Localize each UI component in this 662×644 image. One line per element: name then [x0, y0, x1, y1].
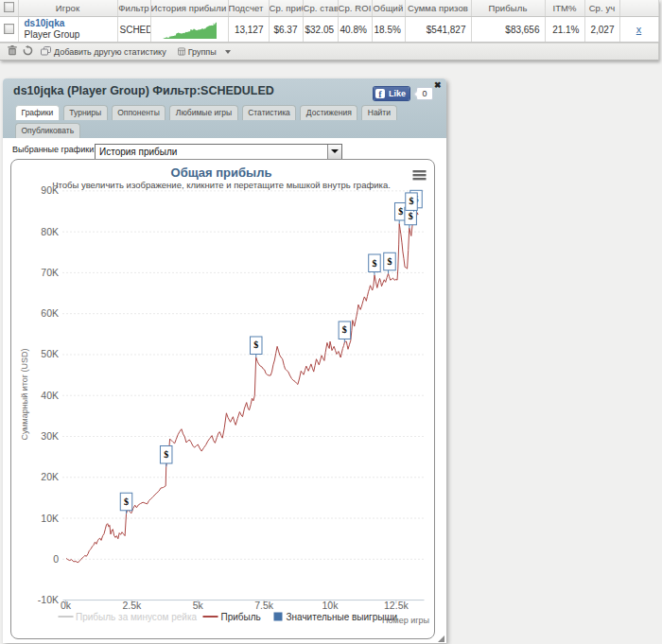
prize-total-cell: $541,827: [405, 17, 471, 43]
svg-text:$: $: [387, 256, 392, 267]
y-tick-label: -10K: [38, 594, 59, 605]
profit-history-cell: [150, 17, 228, 43]
graph-select[interactable]: История прибыли: [95, 144, 342, 160]
facebook-like-label: Like: [389, 89, 406, 98]
y-tick-label: 70K: [41, 267, 59, 278]
delete-icon[interactable]: [8, 45, 17, 58]
select-all-checkbox[interactable]: [4, 2, 14, 12]
row-checkbox[interactable]: [4, 24, 14, 34]
av-stake-cell: $32.05: [303, 17, 338, 43]
column-header[interactable]: Ср. уч: [584, 0, 619, 17]
x-tick-label: 2.5k: [122, 600, 142, 611]
profit-cell: $83,656: [471, 17, 545, 43]
column-header[interactable]: Ср. ROI: [338, 0, 372, 17]
y-tick-label: 20K: [41, 471, 59, 482]
y-axis-title: Суммарный итог (USD): [20, 348, 29, 440]
panel-tabs: ГрафикиТурнирыОппонентыЛюбимые игрыСтати…: [15, 105, 401, 122]
y-tick-label: 60K: [41, 307, 59, 319]
remove-row-link[interactable]: x: [622, 24, 656, 35]
column-header[interactable]: История прибыли: [150, 0, 228, 17]
facebook-like-button[interactable]: f Like: [374, 87, 409, 100]
tab-Графики[interactable]: Графики: [15, 105, 60, 120]
svg-text:$: $: [409, 211, 413, 221]
total-roi-cell: 18.5%: [372, 17, 405, 43]
av-entrants-cell: 2,027: [584, 17, 619, 43]
av-roi-cell: 40.8%: [338, 17, 372, 43]
column-header[interactable]: Сумма призов: [405, 0, 471, 17]
y-tick-label: 40K: [41, 390, 59, 401]
column-header[interactable]: Игрок: [18, 0, 117, 17]
tab-Статистика[interactable]: Статистика: [242, 105, 297, 120]
significant-win-flag[interactable]: $: [160, 446, 172, 467]
groups-button[interactable]: Группы: [178, 47, 231, 57]
svg-text:$: $: [372, 258, 376, 269]
add-statistic-label[interactable]: Добавить другую статистику: [54, 47, 166, 57]
legend-label-profit[interactable]: Прибыль: [221, 612, 261, 622]
profit-chart-container[interactable]: Общая прибыльЧтобы увеличить изображение…: [10, 159, 435, 639]
x-tick-label: 0k: [61, 600, 72, 611]
svg-text:$: $: [342, 324, 347, 335]
table-header-row: ИгрокФильтрИстория прибылиПодсчетСр. при…: [0, 0, 658, 17]
groups-icon: [178, 47, 185, 56]
tab-Турниры[interactable]: Турниры: [63, 105, 108, 120]
tab-Достижения[interactable]: Достижения: [300, 105, 357, 120]
column-header[interactable]: [0, 0, 18, 17]
significant-win-flag[interactable]: $: [120, 493, 131, 513]
add-statistic-icon[interactable]: [41, 46, 51, 58]
y-tick-label: 80K: [41, 226, 59, 237]
itm-cell: 21.1%: [545, 17, 584, 43]
player-cell: ds10jqka Player Group: [18, 17, 117, 43]
player-stats-table: ИгрокФильтрИстория прибылиПодсчетСр. при…: [0, 0, 659, 43]
tab-Оппоненты[interactable]: Оппоненты: [112, 105, 166, 120]
player-group-label: Player Group: [25, 29, 80, 40]
refresh-icon[interactable]: [23, 45, 33, 58]
column-header[interactable]: Фильтр: [117, 0, 150, 17]
significant-win-flag[interactable]: $: [406, 193, 418, 212]
x-tick-label: 5k: [193, 600, 204, 611]
close-panel-icon[interactable]: ✖: [434, 80, 442, 90]
svg-text:$: $: [409, 196, 414, 206]
games-count-cell: 13,127: [228, 17, 269, 43]
y-tick-label: 50K: [41, 348, 59, 359]
column-header[interactable]: Прибыль: [471, 0, 545, 17]
graph-select-arrow-icon[interactable]: [327, 145, 341, 159]
player-detail-panel: ds10jqka (Player Group) Фильтр:SCHEDULED…: [3, 78, 446, 643]
svg-text:$: $: [164, 449, 168, 460]
y-tick-label: 90K: [41, 184, 59, 196]
table-row: ds10jqka Player Group SCHEDULED 13,127 $…: [0, 17, 658, 43]
remove-cell: x: [619, 17, 658, 43]
significant-win-flag[interactable]: $: [339, 322, 351, 342]
legend-label-rake[interactable]: Прибыль за минусом рейка: [76, 612, 198, 622]
y-tick-label: 10K: [41, 513, 59, 524]
column-header[interactable]: Подсчет: [228, 0, 269, 17]
panel-resize-handle[interactable]: [438, 635, 444, 642]
significant-win-flag[interactable]: $: [384, 252, 396, 273]
x-tick-label: 10k: [322, 600, 340, 611]
like-count-bubble: 0: [416, 87, 433, 100]
row-checkbox-cell: [0, 17, 18, 43]
av-profit-cell: $6.37: [269, 17, 303, 43]
column-header[interactable]: ITM%: [545, 0, 584, 17]
groups-label: Группы: [188, 47, 217, 57]
stats-toolbar: Добавить другую статистику Группы: [0, 43, 658, 60]
column-header[interactable]: Ср. приб: [269, 0, 303, 17]
chart-menu-icon[interactable]: [413, 170, 427, 180]
x-axis-title: Номер игры: [382, 616, 429, 625]
panel-title: ds10jqka (Player Group) Фильтр:SCHEDULED: [13, 84, 274, 97]
tab-Любимые игры[interactable]: Любимые игры: [169, 105, 237, 120]
player-name-link[interactable]: ds10jqka: [25, 18, 65, 28]
x-tick-label: 12.5k: [384, 600, 409, 611]
profit-sparkline: [160, 21, 218, 40]
column-header[interactable]: Общий: [372, 0, 405, 17]
profit-line: [66, 212, 418, 563]
significant-win-flag[interactable]: $: [250, 337, 262, 357]
legend-label-wins[interactable]: Значительные выигрыши: [287, 612, 398, 622]
tab-Опубликовать[interactable]: Опубликовать: [15, 123, 80, 138]
column-header[interactable]: Ср. став: [303, 0, 338, 17]
chart-title: Общая прибыль: [171, 165, 272, 180]
column-header[interactable]: [619, 0, 658, 17]
filter-cell: SCHEDULED: [117, 17, 150, 43]
significant-win-flag[interactable]: $: [369, 254, 381, 275]
svg-text:$: $: [124, 496, 129, 507]
tab-Найти[interactable]: Найти: [361, 105, 396, 120]
